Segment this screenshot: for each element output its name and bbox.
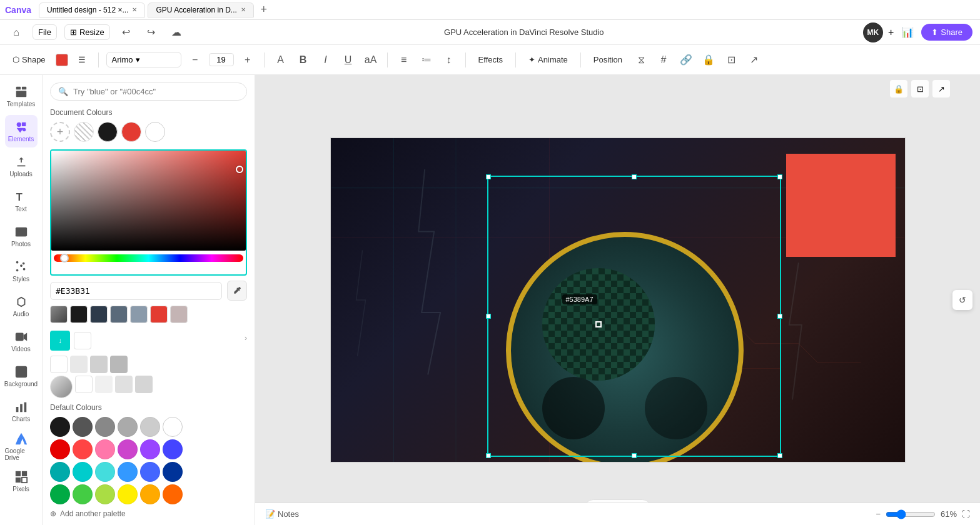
color-swatch[interactable]: [56, 54, 68, 66]
link-button[interactable]: 🔗: [677, 51, 695, 69]
font-selector[interactable]: Arimo ▾: [106, 52, 181, 68]
sidebar-item-videos[interactable]: Videos: [5, 325, 38, 358]
underline-button[interactable]: U: [340, 51, 357, 69]
undo-button[interactable]: ↩: [118, 24, 135, 41]
doc-color-red[interactable]: [121, 122, 141, 142]
sidebar-item-elements[interactable]: Elements: [5, 115, 38, 148]
dc-lightblue[interactable]: [118, 462, 138, 482]
share-button[interactable]: ⬆ Share: [921, 24, 972, 41]
dc-darkgray[interactable]: [73, 417, 93, 437]
list-button[interactable]: ≔: [418, 51, 435, 69]
bold-button[interactable]: B: [295, 51, 312, 69]
sidebar-item-google-drive[interactable]: Google Drive: [5, 430, 38, 462]
dc-red[interactable]: [50, 439, 70, 459]
handle-ml[interactable]: [486, 314, 491, 319]
recent-chip-3[interactable]: [110, 306, 128, 323]
tone-chip[interactable]: [90, 356, 108, 373]
expand-canvas-icon[interactable]: ↗: [932, 80, 950, 98]
tone-chip[interactable]: [50, 356, 68, 373]
dc-orange[interactable]: [140, 484, 160, 504]
add-color-button[interactable]: +: [50, 122, 70, 142]
shape-tool-button[interactable]: ⬡ Shape: [8, 52, 51, 67]
sidebar-item-charts[interactable]: Charts: [5, 395, 38, 428]
tone-chip[interactable]: [110, 356, 128, 373]
copy-button[interactable]: ⊡: [722, 51, 740, 69]
align-left-button[interactable]: ≡: [395, 51, 413, 69]
dc-magenta[interactable]: [118, 439, 138, 459]
resize-button[interactable]: ⊞ Resize: [64, 24, 110, 40]
case-button[interactable]: aA: [362, 51, 380, 69]
close-icon[interactable]: ✕: [132, 6, 137, 13]
dc-lightred[interactable]: [73, 439, 93, 459]
sidebar-item-audio[interactable]: Audio: [5, 290, 38, 322]
chip-3[interactable]: [115, 376, 133, 393]
handle-bl[interactable]: [486, 453, 491, 458]
more-button[interactable]: ↗: [745, 51, 762, 69]
hue-slider[interactable]: [54, 254, 243, 262]
white-swatch-2[interactable]: [74, 332, 91, 349]
doc-color-black[interactable]: [98, 122, 118, 142]
recent-chip-1[interactable]: [70, 306, 88, 323]
color-gradient[interactable]: [51, 151, 246, 251]
handle-tr[interactable]: [777, 174, 782, 179]
filter-button[interactable]: ⧖: [632, 51, 650, 69]
hue-thumb[interactable]: [60, 254, 69, 262]
effects-button[interactable]: Effects: [473, 52, 508, 67]
search-input[interactable]: [73, 87, 239, 96]
light-chip[interactable]: [95, 376, 113, 393]
cloud-save-button[interactable]: ☁: [168, 24, 185, 41]
gradient-ball[interactable]: [50, 376, 73, 398]
align-button[interactable]: ☰: [73, 52, 91, 67]
sidebar-item-templates[interactable]: Templates: [5, 80, 38, 112]
copy-canvas-icon[interactable]: ⊡: [911, 80, 929, 98]
handle-bc[interactable]: [632, 453, 637, 458]
refresh-icon[interactable]: ↺: [952, 290, 972, 310]
white-chip[interactable]: [75, 376, 93, 393]
sidebar-item-background[interactable]: Background: [5, 360, 38, 392]
sidebar-item-pixels[interactable]: Pixels: [5, 465, 38, 498]
notes-button[interactable]: 📝 Notes: [265, 509, 299, 519]
text-color-button[interactable]: A: [272, 51, 290, 69]
close-icon-active[interactable]: ✕: [241, 6, 246, 13]
sidebar-item-text[interactable]: T Text: [5, 185, 38, 218]
file-menu[interactable]: File: [33, 24, 57, 40]
recent-chip-6[interactable]: [170, 306, 188, 323]
sidebar-item-uploads[interactable]: Uploads: [5, 150, 38, 182]
dc-teal[interactable]: [50, 462, 70, 482]
dc-lightgray[interactable]: [140, 417, 160, 437]
canvas[interactable]: #5389A7: [330, 138, 906, 462]
dc-gray[interactable]: [95, 417, 115, 437]
chip-4[interactable]: [135, 376, 153, 393]
dc-darkblue[interactable]: [163, 462, 183, 482]
selection-box[interactable]: [487, 176, 781, 457]
recent-chip-2[interactable]: [90, 306, 108, 323]
doc-color-white[interactable]: [145, 122, 165, 142]
dc-yellow[interactable]: [118, 484, 138, 504]
tab[interactable]: Untitled design - 512 ×... ✕: [39, 2, 145, 18]
handle-tc[interactable]: [632, 174, 637, 179]
dc-medgray[interactable]: [118, 417, 138, 437]
expand-icon[interactable]: ⛶: [962, 509, 970, 519]
dc-blue[interactable]: [163, 439, 183, 459]
red-rectangle[interactable]: [786, 154, 896, 257]
dc-lightcyan[interactable]: [95, 462, 115, 482]
sidebar-item-photos[interactable]: Photos: [5, 220, 38, 252]
dc-violet[interactable]: [140, 439, 160, 459]
add-collaborator-button[interactable]: +: [888, 27, 894, 38]
tone-chip[interactable]: [70, 356, 88, 373]
add-palette-button[interactable]: ⊕ Add another palette: [50, 509, 247, 518]
tab-active[interactable]: GPU Acceleration in D... ✕: [148, 2, 253, 18]
font-size-increase[interactable]: +: [239, 51, 256, 69]
dc-periwinkle[interactable]: [140, 462, 160, 482]
zoom-out-icon[interactable]: −: [876, 509, 881, 519]
add-tab-button[interactable]: +: [256, 2, 271, 18]
handle-tl[interactable]: [486, 174, 491, 179]
dc-green[interactable]: [73, 484, 93, 504]
recent-chip-4[interactable]: [130, 306, 148, 323]
teal-indicator[interactable]: ↓: [50, 331, 70, 351]
recent-thumb[interactable]: [50, 306, 68, 323]
eyedropper-button[interactable]: [227, 281, 247, 301]
dc-white[interactable]: [163, 417, 183, 437]
spacing-button[interactable]: ↕: [440, 51, 458, 69]
dc-darkgreen[interactable]: [50, 484, 70, 504]
